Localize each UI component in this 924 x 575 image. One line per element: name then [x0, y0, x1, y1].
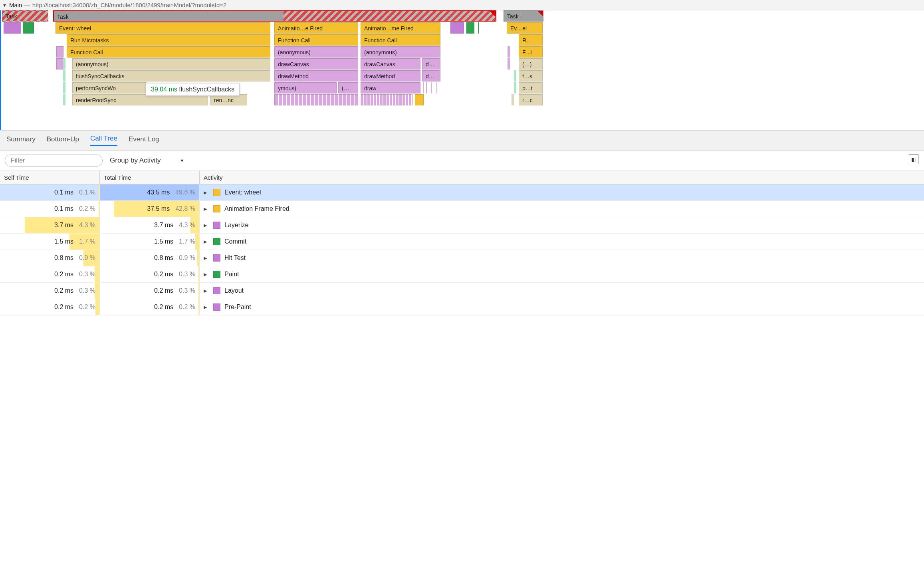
flame-block[interactable]: ymous)	[274, 82, 337, 93]
tab-bottom-up[interactable]: Bottom-Up	[47, 135, 79, 146]
expand-icon[interactable]: ▶	[204, 223, 209, 228]
table-row[interactable]: 0.2 ms0.2 %0.2 ms0.2 %▶Pre-Paint	[0, 299, 924, 315]
tab-call-tree[interactable]: Call Tree	[90, 135, 117, 146]
flame-block[interactable]: d…	[422, 70, 440, 81]
flame-anonymous[interactable]: (anonymous)	[361, 46, 440, 58]
total-time-pct: 49.6 %	[175, 189, 195, 196]
flame-task[interactable]: Task	[2, 10, 48, 22]
flame-fn-call[interactable]: Function Call	[67, 46, 270, 58]
self-time-ms: 1.5 ms	[54, 238, 73, 245]
flame-block[interactable]	[466, 22, 474, 34]
toggle-sidebar-icon[interactable]: ◧	[909, 155, 918, 164]
flame-anim-frame[interactable]: Animatio…me Fired	[361, 22, 440, 34]
group-by-select[interactable]: Group by Activity ▼	[110, 157, 184, 165]
flame-anim-frame[interactable]: Animatio…e Fired	[274, 22, 358, 34]
flame-block[interactable]: (…	[338, 82, 358, 93]
total-time-ms: 0.2 ms	[154, 271, 173, 278]
expand-icon[interactable]: ▶	[204, 190, 209, 195]
total-time-ms: 37.5 ms	[147, 205, 170, 212]
flame-sliver	[431, 82, 432, 93]
flame-block[interactable]	[415, 94, 424, 105]
expand-icon[interactable]: ▶	[204, 256, 209, 261]
thread-name: Main	[9, 2, 22, 8]
tab-summary[interactable]: Summary	[6, 135, 36, 146]
flame-drawcanvas[interactable]: drawCanvas	[274, 58, 358, 69]
flame-sliver	[63, 94, 65, 105]
flame-microtasks[interactable]: Run Microtasks	[67, 34, 270, 46]
flame-task-long[interactable]: Task	[53, 10, 496, 22]
flame-fn-call[interactable]: Function Call	[274, 34, 358, 46]
activity-name: Animation Frame Fired	[224, 205, 289, 212]
expand-icon[interactable]: ▶	[204, 288, 209, 293]
column-total-time[interactable]: Total Time	[100, 171, 200, 184]
expand-icon[interactable]: ▼	[2, 3, 7, 8]
tooltip-duration: 39.04 ms	[151, 86, 177, 93]
self-time-ms: 0.1 ms	[54, 189, 73, 196]
flame-block[interactable]	[23, 22, 34, 34]
total-time-ms: 43.5 ms	[147, 189, 170, 196]
total-time-pct: 0.2 %	[179, 303, 195, 311]
activity-color-swatch	[213, 189, 220, 196]
flame-event-wheel[interactable]: Event: wheel	[56, 22, 270, 34]
flame-block[interactable]: (…)	[519, 58, 543, 69]
total-time-ms: 1.5 ms	[154, 238, 173, 245]
flame-drawmethod[interactable]: drawMethod	[274, 70, 358, 81]
flame-event[interactable]: Ev…el	[507, 22, 543, 34]
expand-icon[interactable]: ▶	[204, 206, 209, 212]
total-time-ms: 0.8 ms	[154, 254, 173, 262]
expand-icon[interactable]: ▶	[204, 239, 209, 244]
flame-drawcanvas[interactable]: drawCanvas	[361, 58, 420, 69]
tab-event-log[interactable]: Event Log	[129, 135, 159, 146]
table-row[interactable]: 1.5 ms1.7 %1.5 ms1.7 %▶Commit	[0, 234, 924, 250]
flame-block[interactable]: r…c	[519, 94, 543, 105]
flame-block[interactable]	[56, 58, 63, 69]
flame-block[interactable]: p…t	[519, 82, 543, 93]
flame-sliver	[63, 58, 65, 69]
activity-name: Layout	[224, 287, 244, 294]
flame-block[interactable]: R…	[519, 34, 543, 46]
flame-block[interactable]	[450, 22, 464, 34]
self-time-ms: 0.2 ms	[54, 287, 73, 294]
flame-sliver	[514, 70, 516, 81]
flame-block[interactable]: f…s	[519, 70, 543, 81]
flame-block[interactable]	[56, 46, 63, 58]
flame-chart[interactable]: Task Task Task Event: wheel Animatio…e F…	[0, 10, 924, 130]
table-row[interactable]: 0.1 ms0.1 %43.5 ms49.6 %▶Event: wheel	[0, 184, 924, 201]
total-time-pct: 4.3 %	[179, 222, 195, 229]
main-thread-header[interactable]: ▼ Main — http://localhost:34000/zh_CN/mo…	[0, 0, 924, 10]
flame-drawmethod[interactable]: drawMethod	[361, 70, 420, 81]
self-time-pct: 0.3 %	[79, 287, 95, 294]
flame-block[interactable]: ren…nc	[210, 94, 247, 105]
table-row[interactable]: 0.2 ms0.3 %0.2 ms0.3 %▶Paint	[0, 266, 924, 283]
flame-anonymous[interactable]: (anonymous)	[72, 58, 270, 69]
flame-sliver	[63, 70, 65, 81]
flame-flushsync[interactable]: flushSyncCallbacks	[72, 70, 270, 81]
flame-draw[interactable]: draw	[361, 82, 420, 93]
flame-perfsync[interactable]: performSyncWo	[72, 82, 147, 93]
table-row[interactable]: 3.7 ms4.3 %3.7 ms4.3 %▶Layerize	[0, 217, 924, 234]
flame-stripes[interactable]	[361, 94, 412, 105]
flame-anonymous[interactable]: (anonymous)	[274, 46, 358, 58]
table-row[interactable]: 0.2 ms0.3 %0.2 ms0.3 %▶Layout	[0, 283, 924, 299]
expand-icon[interactable]: ▶	[204, 272, 209, 277]
flame-block[interactable]	[4, 22, 21, 34]
table-row[interactable]: 0.1 ms0.2 %37.5 ms42.8 %▶Animation Frame…	[0, 201, 924, 217]
expand-icon[interactable]: ▶	[204, 305, 209, 310]
flame-fn-call[interactable]: Function Call	[361, 34, 440, 46]
flame-sliver	[508, 58, 510, 69]
flame-stripes[interactable]	[274, 94, 358, 105]
table-row[interactable]: 0.8 ms0.9 %0.8 ms0.9 %▶Hit Test	[0, 250, 924, 266]
flame-sliver	[436, 82, 437, 93]
warning-icon	[490, 11, 496, 17]
flame-task[interactable]: Task	[504, 10, 543, 22]
activity-name: Hit Test	[224, 254, 246, 262]
flame-block[interactable]: d…	[422, 58, 440, 69]
total-time-ms: 0.2 ms	[154, 287, 173, 294]
flame-renderroot[interactable]: renderRootSync	[72, 94, 208, 105]
activity-name: Layerize	[224, 222, 248, 229]
column-self-time[interactable]: Self Time	[0, 171, 100, 184]
column-activity[interactable]: Activity	[200, 171, 924, 184]
total-time-pct: 42.8 %	[175, 205, 195, 212]
flame-block[interactable]: F…l	[519, 46, 543, 58]
filter-input[interactable]	[5, 155, 103, 167]
